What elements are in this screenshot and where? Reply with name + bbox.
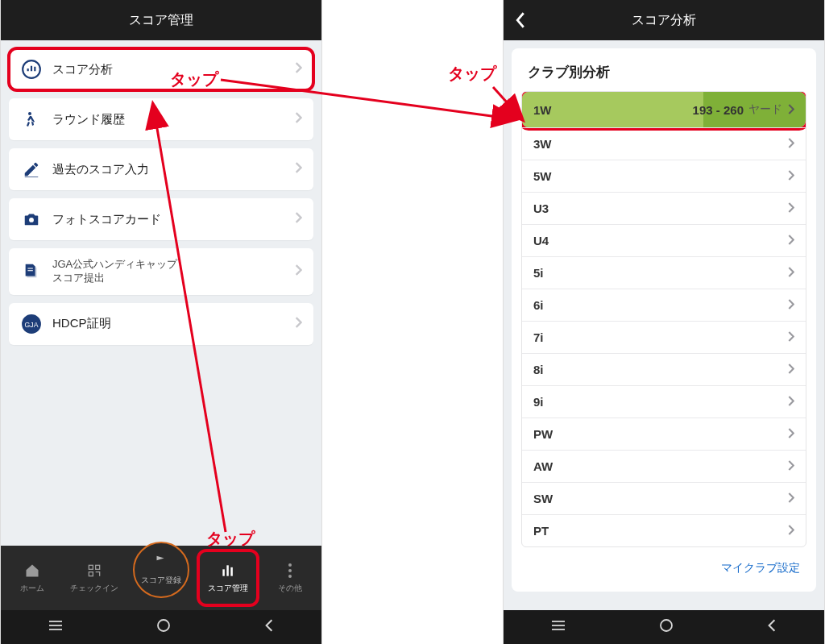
qr-icon (86, 562, 102, 580)
svg-point-19 (158, 620, 169, 631)
tab-label: スコア登録 (141, 575, 181, 586)
club-name: AW (533, 459, 787, 473)
chevron-right-icon (787, 459, 794, 473)
svg-point-14 (288, 569, 292, 572)
club-row[interactable]: 5W (522, 160, 806, 192)
svg-point-13 (288, 563, 292, 567)
dots-icon (288, 562, 292, 580)
my-club-settings-link[interactable]: マイクラブ設定 (721, 561, 800, 574)
menu-item-past-score-input[interactable]: 過去のスコア入力 (9, 148, 313, 190)
menu-list: スコア分析 ラウンド履歴 (1, 40, 321, 361)
flag-icon (152, 554, 170, 573)
titlebar-right: スコア分析 (504, 0, 824, 40)
club-row[interactable]: AW (522, 450, 806, 482)
club-name: 8i (533, 363, 787, 376)
tab-checkin[interactable]: チェックイン (70, 562, 118, 594)
highlight-box-tab (197, 549, 259, 607)
club-name: PT (533, 524, 787, 538)
club-range: 193 - 260 (693, 103, 744, 117)
menu-item-photo-scorecard[interactable]: フォトスコアカード (9, 198, 313, 240)
chevron-right-icon (787, 298, 794, 312)
chart-icon (20, 58, 43, 81)
club-row[interactable]: U4 (522, 224, 806, 256)
titlebar-left: スコア管理 (1, 0, 321, 40)
menu-label: HDCP証明 (52, 316, 284, 331)
tab-label: その他 (278, 583, 302, 594)
club-name: SW (533, 492, 787, 505)
tab-other[interactable]: その他 (266, 562, 314, 594)
back-button[interactable] (263, 618, 275, 636)
chevron-right-icon (787, 427, 794, 441)
svg-rect-7 (89, 565, 93, 569)
club-name: U3 (533, 202, 787, 215)
chevron-right-icon (787, 330, 794, 344)
club-row[interactable]: 6i (522, 289, 806, 321)
menu-item-round-history[interactable]: ラウンド履歴 (9, 98, 313, 140)
club-row[interactable]: U3 (522, 192, 806, 224)
club-name: 7i (533, 330, 787, 344)
golfer-icon (20, 108, 43, 131)
menu-label: スコア分析 (52, 62, 284, 77)
club-row[interactable]: 5i (522, 256, 806, 289)
club-unit: ヤード (748, 102, 782, 117)
link-row: マイクラブ設定 (512, 552, 816, 588)
svg-rect-9 (89, 572, 93, 576)
android-nav-bar (1, 610, 321, 644)
chevron-right-icon (787, 234, 794, 247)
club-name: 6i (533, 298, 787, 312)
chevron-right-icon (787, 202, 794, 215)
svg-point-1 (28, 112, 31, 115)
club-row[interactable]: 8i (522, 353, 806, 385)
chevron-right-icon (294, 212, 302, 226)
club-row[interactable]: 7i (522, 321, 806, 353)
tab-score-register[interactable]: スコア登録 (133, 542, 189, 598)
back-button[interactable] (766, 618, 777, 636)
menu-item-hdcp-cert[interactable]: GJA HDCP証明 (9, 303, 313, 345)
home-button[interactable] (659, 618, 674, 636)
club-row[interactable]: SW (522, 482, 806, 514)
club-row[interactable]: 3W (522, 127, 806, 160)
club-row[interactable]: PW (522, 418, 806, 450)
club-row[interactable]: PT (522, 514, 806, 546)
svg-point-23 (661, 620, 672, 631)
svg-point-15 (288, 575, 292, 578)
page-title: スコア分析 (632, 12, 696, 29)
chevron-right-icon (294, 112, 302, 127)
chevron-right-icon (787, 524, 794, 538)
recent-apps-button[interactable] (48, 619, 64, 635)
menu-label: JGA公式ハンディキャップ スコア提出 (52, 258, 284, 285)
club-name: PW (533, 427, 787, 441)
club-name: U4 (533, 234, 787, 247)
annotation-tap-3: タップ (448, 63, 496, 85)
chevron-right-icon (787, 363, 794, 376)
menu-label: フォトスコアカード (52, 212, 284, 227)
document-icon (20, 260, 43, 283)
recent-apps-button[interactable] (550, 619, 566, 635)
badge-icon: GJA (20, 313, 43, 335)
club-name: 3W (533, 137, 787, 151)
club-name: 5i (533, 266, 787, 280)
right-content: クラブ別分析 1W 193 - 260 ヤード 3W 5W U3 U4 5i (504, 40, 824, 610)
club-name: 9i (533, 395, 787, 409)
annotation-tap-2: タップ (206, 528, 255, 550)
chevron-right-icon (787, 395, 794, 409)
chevron-right-icon (787, 137, 794, 151)
back-button[interactable] (515, 0, 526, 40)
tab-home[interactable]: ホーム (8, 562, 56, 594)
svg-rect-4 (27, 270, 32, 271)
annotation-tap-1: タップ (170, 69, 218, 90)
tab-label: チェックイン (70, 583, 118, 594)
club-list: 1W 193 - 260 ヤード 3W 5W U3 U4 5i 6i 7i 8i (521, 91, 806, 547)
svg-rect-3 (27, 268, 32, 268)
android-nav-bar (504, 610, 824, 644)
tab-label: ホーム (20, 583, 44, 594)
menu-item-score-analysis[interactable]: スコア分析 (9, 48, 313, 90)
chevron-right-icon (294, 162, 302, 177)
club-row[interactable]: 9i (522, 385, 806, 418)
home-button[interactable] (156, 618, 171, 636)
club-analysis-panel: クラブ別分析 1W 193 - 260 ヤード 3W 5W U3 U4 5i (512, 48, 816, 592)
left-content: スコア分析 ラウンド履歴 (1, 40, 321, 546)
menu-label: ラウンド履歴 (52, 112, 284, 127)
menu-item-jga-handicap[interactable]: JGA公式ハンディキャップ スコア提出 (9, 248, 313, 295)
club-row-1w[interactable]: 1W 193 - 260 ヤード (522, 92, 806, 127)
